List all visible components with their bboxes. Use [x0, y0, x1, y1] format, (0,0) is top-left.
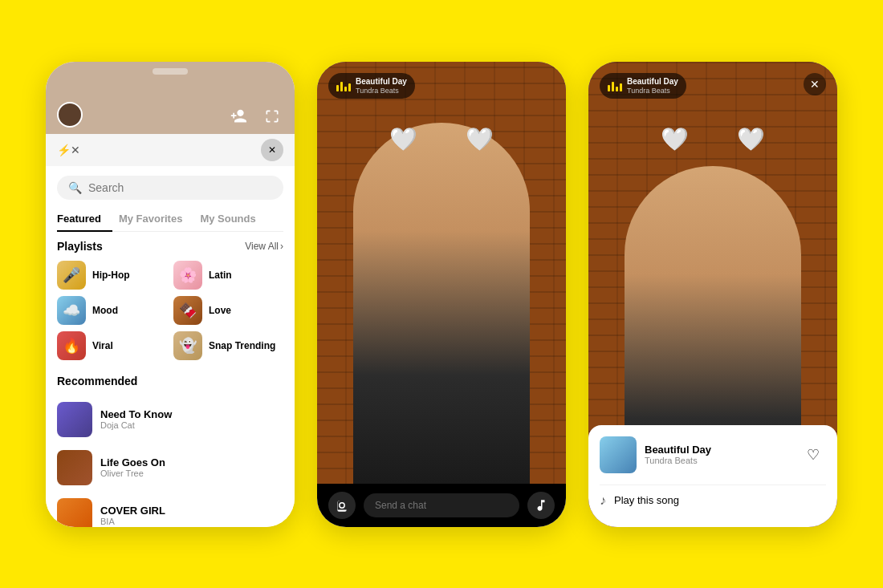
music-tag-artist: Tundra Beats: [356, 87, 407, 95]
sounds-content: Playlists View All › 🎤 Hip-Hop 🌸 Latin ☁…: [46, 232, 295, 527]
music-tag-title: Beautiful Day: [356, 77, 407, 87]
tab-featured[interactable]: Featured: [57, 206, 112, 231]
sounds-panel: 🔍 Featured My Favorites My Sounds Playli…: [46, 166, 295, 527]
rec-title-cg: COVER GIRL: [100, 505, 165, 517]
playlist-label-love: Love: [209, 305, 231, 316]
camera-view-3: Beautiful Day Tundra Beats 🤍 🤍 ✕ Beautif…: [588, 62, 837, 527]
playlist-item-snap[interactable]: 👻 Snap Trending: [173, 331, 283, 360]
rec-thumb-lgo: [57, 450, 92, 485]
playlist-label-viral: Viral: [92, 340, 113, 351]
playlist-item-love[interactable]: 🍫 Love: [173, 296, 283, 325]
camera-button[interactable]: [328, 492, 356, 519]
rec-artist-lgo: Oliver Tree: [100, 468, 165, 478]
playlist-item-hiphop[interactable]: 🎤 Hip-Hop: [57, 261, 167, 290]
heart-accessories: 🤍 🤍: [389, 126, 494, 152]
heart-accessories-3: 🤍 🤍: [661, 126, 765, 152]
rec-info-ntk: Need To Know Doja Cat: [100, 408, 172, 430]
playlist-label-latin: Latin: [209, 270, 232, 281]
playlist-item-viral[interactable]: 🔥 Viral: [57, 331, 167, 360]
camera-bottom-bar: [317, 484, 566, 527]
playlist-label-mood: Mood: [92, 305, 118, 316]
music-tag-title-3: Beautiful Day: [627, 77, 678, 87]
person-silhouette: [353, 123, 530, 484]
rec-title-lgo: Life Goes On: [100, 456, 165, 468]
chat-input[interactable]: [364, 493, 519, 517]
scan-icon[interactable]: [261, 105, 283, 128]
recommended-section-header: Recommended: [57, 375, 283, 387]
rec-info-lgo: Life Goes On Oliver Tree: [100, 456, 165, 478]
playlist-thumb-snap: 👻: [173, 331, 202, 360]
playlist-item-mood[interactable]: ☁️ Mood: [57, 296, 167, 325]
search-input[interactable]: [88, 181, 272, 194]
rec-thumb-cg: [57, 498, 92, 527]
rec-item-cg[interactable]: COVER GIRL BIA: [57, 492, 283, 527]
playlist-thumb-viral: 🔥: [57, 331, 86, 360]
playlist-thumb-love: 🍫: [173, 296, 202, 325]
rec-title-ntk: Need To Know: [100, 408, 172, 420]
playlist-label-hiphop: Hip-Hop: [92, 270, 130, 281]
sounds-tabs: Featured My Favorites My Sounds: [57, 206, 283, 232]
rec-artist-ntk: Doja Cat: [100, 420, 172, 430]
playlist-thumb-hiphop: 🎤: [57, 261, 86, 290]
music-note-icon: ♪: [600, 493, 606, 508]
phone-2: Beautiful Day Tundra Beats 🤍 🤍: [317, 62, 566, 527]
tab-my-favorites[interactable]: My Favorites: [119, 206, 193, 231]
song-card-thumbnail: [600, 436, 637, 473]
rec-artist-cg: BIA: [100, 517, 165, 526]
flash-off-icon[interactable]: ⚡✕: [57, 144, 80, 156]
phone1-header: [46, 62, 295, 134]
rec-item-lgo[interactable]: Life Goes On Oliver Tree: [57, 444, 283, 492]
add-friend-icon[interactable]: [227, 105, 250, 128]
music-bars-icon: [336, 80, 351, 91]
heart-button[interactable]: ♡: [800, 442, 826, 468]
playlist-thumb-latin: 🌸: [173, 261, 202, 290]
rec-item-ntk[interactable]: Need To Know Doja Cat: [57, 395, 283, 444]
playlist-item-latin[interactable]: 🌸 Latin: [173, 261, 283, 290]
music-tag-text-3: Beautiful Day Tundra Beats: [627, 77, 678, 95]
phone-1: ⚡✕ ✕ 🔍 Featured My Favorites My Sounds P…: [46, 62, 295, 527]
close-button[interactable]: ✕: [804, 73, 826, 95]
music-tag[interactable]: Beautiful Day Tundra Beats: [328, 73, 415, 99]
search-bar[interactable]: 🔍: [57, 176, 283, 200]
music-tag-text: Beautiful Day Tundra Beats: [356, 77, 407, 95]
tab-my-sounds[interactable]: My Sounds: [200, 206, 267, 231]
rec-thumb-ntk: [57, 402, 92, 437]
playlist-thumb-mood: ☁️: [57, 296, 86, 325]
music-note-button[interactable]: [527, 492, 555, 519]
song-card-artist: Tundra Beats: [645, 456, 792, 465]
view-all-button[interactable]: View All ›: [245, 241, 283, 252]
playlist-label-snap: Snap Trending: [209, 340, 275, 351]
search-icon: 🔍: [68, 181, 82, 194]
playlists-section-header: Playlists View All ›: [57, 240, 283, 253]
recommended-title: Recommended: [57, 375, 137, 387]
playlists-grid: 🎤 Hip-Hop 🌸 Latin ☁️ Mood 🍫 Love 🔥: [57, 261, 283, 360]
camera-switcher-bar: [153, 68, 188, 75]
play-song-label: Play this song: [614, 494, 679, 506]
close-sounds-icon[interactable]: ✕: [261, 139, 283, 161]
music-tag-artist-3: Tundra Beats: [627, 87, 678, 95]
song-card: Beautiful Day Tundra Beats ♡ ♪ Play this…: [588, 425, 837, 527]
avatar[interactable]: [57, 102, 83, 128]
camera-view: Beautiful Day Tundra Beats 🤍 🤍: [317, 62, 566, 484]
song-card-top: Beautiful Day Tundra Beats ♡: [600, 436, 826, 473]
music-bars-icon-3: [608, 80, 622, 91]
playlists-title: Playlists: [57, 240, 103, 253]
song-card-title: Beautiful Day: [645, 444, 792, 456]
phone-3: Beautiful Day Tundra Beats 🤍 🤍 ✕ Beautif…: [588, 62, 837, 527]
song-card-info: Beautiful Day Tundra Beats: [645, 444, 792, 465]
header-icons: [227, 105, 283, 128]
music-tag-3[interactable]: Beautiful Day Tundra Beats: [600, 73, 686, 99]
rec-info-cg: COVER GIRL BIA: [100, 505, 165, 526]
play-song-row[interactable]: ♪ Play this song: [600, 485, 826, 516]
